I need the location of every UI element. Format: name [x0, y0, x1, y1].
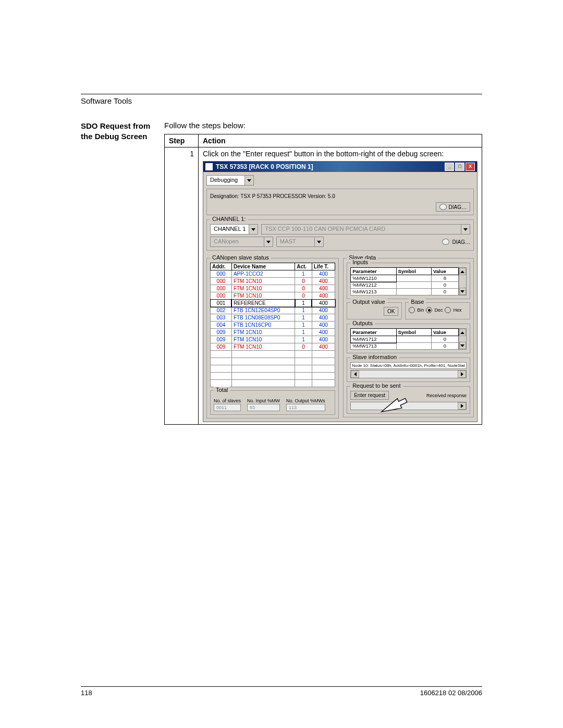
slave-info-text: Node 10: Status=08h, AddInfo=0001h, Prof…: [350, 362, 467, 369]
request-title: Request to be sent: [350, 382, 402, 389]
card-combo[interactable]: TSX CCP 100-110 CAN OPEN PCMCIA CARD: [261, 224, 470, 235]
led-icon: [442, 239, 449, 245]
no-output-value: 113: [286, 404, 325, 411]
inputs-table: Parameter Symbol Value %MW12108%MW12120%…: [350, 267, 459, 295]
debugging-combo[interactable]: Debugging: [206, 175, 254, 186]
dec-label: Dec: [434, 307, 443, 313]
col-addr: Addr.: [211, 263, 232, 270]
table-row[interactable]: 000FTM 1CN100400: [211, 292, 335, 300]
hex-label: Hex: [453, 307, 461, 313]
col-param: Parameter: [351, 329, 396, 336]
doc-reference: 1606218 02 08/2006: [420, 689, 482, 697]
received-response-label: Received response: [426, 393, 467, 398]
action-text: Click on the "Enter request" button in t…: [203, 150, 478, 158]
outputs-table: Parameter Symbol Value %MW17120%MW17130: [350, 328, 459, 350]
outputs-title: Outputs: [350, 320, 375, 326]
no-slaves-value: 0011: [214, 404, 241, 411]
radio-bin[interactable]: [409, 307, 415, 313]
table-row[interactable]: %MW12130: [351, 289, 459, 295]
no-input-value: 83: [247, 404, 280, 411]
radio-hex[interactable]: [445, 307, 451, 313]
slave-info-scrollbar[interactable]: [350, 370, 467, 378]
col-symbol: Symbol: [396, 268, 431, 275]
table-row[interactable]: 000FTM 1CN100400: [211, 278, 335, 285]
slave-table: Addr. Device Name Act. Life T. 000APP-1C…: [210, 263, 335, 387]
chevron-down-icon: [461, 225, 470, 234]
channel-label: CHANNEL 1:: [210, 216, 248, 222]
step-number: 1: [165, 147, 199, 425]
mast-combo[interactable]: MAST: [276, 237, 324, 247]
step-header: Step: [165, 134, 199, 147]
scroll-right-icon[interactable]: [458, 371, 466, 378]
mast-text: MAST: [277, 237, 314, 246]
enter-request-button[interactable]: Enter request: [350, 391, 389, 400]
chevron-down-icon: [249, 225, 258, 234]
channel-combo[interactable]: CHANNEL 1: [210, 224, 258, 235]
slave-status-title: CANopen slave status: [210, 254, 271, 261]
col-value: Value: [431, 268, 458, 275]
diag-button[interactable]: DIAG…: [436, 202, 470, 212]
page-header: Software Tools: [81, 96, 482, 105]
table-row[interactable]: %MW17120: [351, 336, 459, 343]
no-input-label: No. Input %MW: [247, 398, 280, 403]
table-row[interactable]: 000FTM 1CN100400: [211, 285, 335, 292]
window-titlebar[interactable]: TSX 57353 [RACK 0 POSITION 1] _ □ X: [203, 162, 477, 172]
no-output-label: No. Output %MWs: [286, 398, 325, 403]
card-text: TSX CCP 100-110 CAN OPEN PCMCIA CARD: [262, 225, 461, 234]
col-act: Act.: [295, 263, 312, 270]
table-row[interactable]: 003FTB 1CN08E08SP01400: [211, 314, 335, 322]
output-value-title: Output value: [350, 299, 387, 305]
ok-button[interactable]: OK: [384, 307, 398, 316]
app-icon: [205, 163, 213, 170]
col-param: Parameter: [351, 268, 396, 275]
protocol-combo[interactable]: CANopen: [210, 237, 273, 247]
chevron-down-icon: [264, 237, 273, 246]
inputs-scrollbar[interactable]: [459, 267, 467, 295]
designation-text: Designation: TSX P 57353 PROCESSOR Versi…: [210, 193, 335, 199]
table-row[interactable]: %MW12108: [351, 275, 459, 282]
diag2-button[interactable]: DIAG…: [452, 239, 470, 245]
col-device: Device Name: [231, 263, 295, 270]
led-icon: [439, 204, 447, 210]
diag-label: DIAG…: [449, 204, 467, 210]
close-button[interactable]: X: [466, 163, 475, 171]
section-heading: SDO Request from the Debug Screen: [81, 121, 154, 141]
table-row[interactable]: %MW12120: [351, 282, 459, 289]
table-row[interactable]: 000APP-1CCO21400: [211, 270, 335, 278]
step-table: Step Action 1 Click on the "Enter reques…: [164, 134, 482, 425]
page-number: 118: [81, 689, 92, 697]
window-title: TSX 57353 [RACK 0 POSITION 1]: [216, 163, 313, 170]
table-row[interactable]: 009FTM 1CN101400: [211, 336, 335, 343]
col-value: Value: [431, 329, 458, 336]
maximize-button[interactable]: □: [455, 163, 464, 171]
chevron-down-icon: [314, 237, 323, 246]
inputs-title: Inputs: [350, 259, 370, 265]
minimize-button[interactable]: _: [445, 163, 454, 171]
table-row[interactable]: 004FTB 1CN16CP01400: [211, 322, 335, 329]
radio-dec[interactable]: [426, 307, 432, 313]
channel-combo-text: CHANNEL 1: [211, 225, 249, 234]
total-title: Total: [214, 387, 230, 393]
chevron-down-icon: [244, 176, 253, 185]
scroll-left-icon[interactable]: [351, 371, 359, 378]
outputs-scrollbar[interactable]: [459, 328, 467, 350]
col-life: Life T.: [312, 263, 335, 270]
scroll-down-icon[interactable]: [459, 342, 466, 349]
scroll-down-icon[interactable]: [459, 288, 466, 295]
scroll-up-icon[interactable]: [459, 268, 466, 275]
table-row[interactable]: 009FTM 1CN100400: [211, 343, 335, 351]
table-row[interactable]: %MW17130: [351, 343, 459, 350]
protocol-text: CANopen: [211, 237, 264, 246]
table-row[interactable]: 001REFERENCE1400: [211, 300, 335, 307]
scroll-up-icon[interactable]: [459, 329, 466, 336]
table-row[interactable]: 009FTM 1CN101400: [211, 329, 335, 336]
table-row[interactable]: 002FTB 1CN12E04SP01400: [211, 307, 335, 314]
debugging-combo-text: Debugging: [207, 176, 244, 185]
col-symbol: Symbol: [396, 329, 431, 336]
intro-text: Follow the steps below:: [164, 121, 482, 130]
no-slaves-label: No. of slaves: [214, 398, 241, 403]
base-title: Base: [409, 299, 426, 305]
debug-window: TSX 57353 [RACK 0 POSITION 1] _ □ X: [203, 161, 478, 422]
scroll-right-icon[interactable]: [458, 402, 466, 410]
slave-info-title: Slave information: [350, 354, 399, 360]
